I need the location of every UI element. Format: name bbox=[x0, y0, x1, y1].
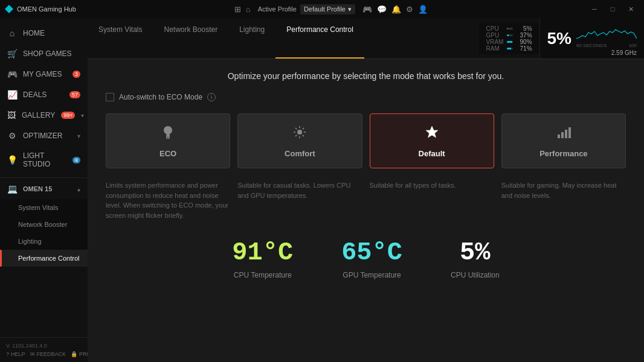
home-icon[interactable]: ⌂ bbox=[246, 5, 251, 14]
tab-performance-control[interactable]: Performance Control bbox=[275, 18, 364, 59]
cpu-stat-val: 5% bbox=[515, 25, 532, 32]
gallery-icon: 🖼 bbox=[7, 110, 16, 120]
user-icon[interactable]: 👤 bbox=[418, 5, 428, 14]
cpu-temp-label: CPU Temperature bbox=[234, 271, 292, 279]
help-link[interactable]: ? HELP bbox=[6, 351, 25, 357]
sidebar-item-shop-games[interactable]: 🛒 SHOP GAMES bbox=[0, 43, 88, 64]
tab-lighting[interactable]: Lighting bbox=[228, 18, 275, 59]
network-booster-label: Network Booster bbox=[18, 221, 67, 228]
cpu-util-item: 5% CPU Utilization bbox=[451, 238, 500, 279]
vram-stat-row: VRAM 90% bbox=[486, 39, 532, 45]
optimizer-icon: ⚙ bbox=[7, 131, 17, 141]
omen-logo-icon bbox=[5, 5, 13, 13]
sidebar-item-omen15[interactable]: 💻 OMEN 15 ▴ bbox=[0, 177, 88, 199]
titlebar-center: ⊞ ⌂ Active Profile Default Profile ▾ 🎮 💬… bbox=[234, 4, 428, 14]
sidebar-gallery-label: GALLERY bbox=[22, 111, 55, 119]
help-label: HELP bbox=[11, 351, 25, 357]
sidebar-sub-network-booster[interactable]: Network Booster bbox=[0, 216, 88, 233]
svg-rect-10 bbox=[558, 135, 560, 138]
gpu-stat-row: GPU 37% bbox=[486, 32, 532, 39]
svg-marker-9 bbox=[426, 126, 438, 138]
system-vitals-label: System Vitals bbox=[18, 204, 58, 211]
settings-icon[interactable]: ⚙ bbox=[406, 5, 413, 14]
cpu-temp-item: 91°C CPU Temperature bbox=[232, 238, 293, 279]
app-title: OMEN Gaming Hub bbox=[17, 5, 76, 13]
graph-seconds-label: 60 SECONDS bbox=[576, 43, 607, 48]
sidebar-item-deals[interactable]: 📈 DEALS 57 bbox=[0, 84, 88, 105]
default-mode-desc: Suitable for all types of tasks. bbox=[370, 180, 494, 220]
sidebar-lightstudio-label: LIGHT STUDIO bbox=[23, 151, 66, 168]
cpu-stats: CPU 5% GPU 37% VRAM bbox=[479, 23, 539, 54]
performance-control-label: Performance Control bbox=[18, 255, 80, 262]
shop-icon: 🛒 bbox=[7, 49, 17, 59]
mode-card-comfort[interactable]: Comfort bbox=[237, 113, 362, 168]
main-layout: ⌂ HOME 🛒 SHOP GAMES 🎮 MY GAMES 3 📈 DEALS… bbox=[0, 18, 644, 362]
sidebar-mygames-label: MY GAMES bbox=[23, 70, 62, 78]
ram-stat-row: RAM 71% bbox=[486, 45, 532, 52]
performance-mode-icon bbox=[555, 124, 572, 144]
mode-card-eco[interactable]: ECO bbox=[106, 113, 230, 168]
mode-descriptions: Limits system performance and power cons… bbox=[106, 180, 626, 220]
sidebar-optimizer-label: OPTIMIZER bbox=[23, 132, 62, 140]
svg-rect-11 bbox=[561, 132, 564, 138]
cpu-graph-area: 60 SECONDS 100 2.59 GHz bbox=[576, 21, 637, 56]
light-studio-icon: 💡 bbox=[7, 155, 17, 165]
sidebar-item-home[interactable]: ⌂ HOME bbox=[0, 23, 88, 43]
tabs: System Vitals Network Booster Lighting P… bbox=[88, 18, 364, 59]
mode-card-performance[interactable]: Performance bbox=[501, 113, 626, 168]
omen15-icon: 💻 bbox=[7, 184, 17, 194]
eco-mode-icon bbox=[159, 124, 176, 144]
cpu-stat-row: CPU 5% bbox=[486, 25, 532, 32]
grid-icon[interactable]: ⊞ bbox=[234, 5, 241, 14]
sidebar-item-optimizer[interactable]: ⚙ OPTIMIZER ▾ bbox=[0, 125, 88, 146]
auto-switch-checkbox[interactable] bbox=[106, 93, 114, 101]
sidebar-item-my-games[interactable]: 🎮 MY GAMES 3 bbox=[0, 64, 88, 84]
sidebar-home-label: HOME bbox=[23, 29, 45, 37]
gpu-temp-label: GPU Temperature bbox=[343, 271, 401, 279]
gpu-stat-bar-container bbox=[507, 34, 513, 36]
auto-switch-info-icon[interactable]: i bbox=[207, 93, 216, 101]
light-studio-badge: ⊞ bbox=[72, 157, 80, 164]
feedback-icon: ✉ bbox=[30, 351, 35, 357]
sidebar-nav: ⌂ HOME 🛒 SHOP GAMES 🎮 MY GAMES 3 📈 DEALS… bbox=[0, 18, 88, 337]
maximize-button[interactable]: □ bbox=[604, 3, 621, 15]
sidebar-sub-system-vitals[interactable]: System Vitals bbox=[0, 199, 88, 216]
mode-cards: ECO bbox=[106, 113, 626, 168]
bell-icon[interactable]: 🔔 bbox=[391, 5, 401, 14]
svg-line-5 bbox=[295, 128, 297, 129]
cpu-util-value: 5% bbox=[460, 238, 490, 267]
default-mode-name: Default bbox=[419, 149, 445, 158]
close-button[interactable]: ✕ bbox=[622, 3, 639, 15]
cpu-util-label: CPU Utilization bbox=[451, 271, 500, 279]
sidebar-item-light-studio[interactable]: 💡 LIGHT STUDIO ⊞ bbox=[0, 146, 88, 174]
sidebar-sub-lighting[interactable]: Lighting bbox=[0, 233, 88, 250]
omen15-label: OMEN 15 bbox=[23, 185, 52, 192]
profile-dropdown[interactable]: Default Profile ▾ bbox=[300, 4, 355, 14]
page-title: Optimize your performance by selecting t… bbox=[106, 71, 626, 81]
sidebar-item-gallery[interactable]: 🖼 GALLERY 99+ ▾ bbox=[0, 105, 88, 125]
window-controls: ─ □ ✕ bbox=[586, 3, 639, 15]
optimizer-expand-icon: ▾ bbox=[77, 133, 80, 139]
ram-stat-val: 71% bbox=[515, 45, 532, 52]
svg-point-0 bbox=[297, 130, 302, 135]
gpu-stat-label: GPU bbox=[486, 32, 504, 39]
page-content: Optimize your performance by selecting t… bbox=[88, 59, 644, 362]
tab-network-booster[interactable]: Network Booster bbox=[153, 18, 228, 59]
version-label: V. 1101.2401.4.0 bbox=[6, 343, 82, 349]
cpu-freq: 2.59 GHz bbox=[611, 49, 637, 56]
home-nav-icon: ⌂ bbox=[7, 28, 17, 38]
cpu-temp-value: 91°C bbox=[232, 238, 293, 267]
help-icon: ? bbox=[6, 351, 9, 357]
tab-system-vitals[interactable]: System Vitals bbox=[88, 18, 153, 59]
speech-icon[interactable]: 💬 bbox=[377, 5, 387, 14]
mode-card-default[interactable]: Default bbox=[370, 113, 494, 168]
privacy-icon: 🔒 bbox=[71, 351, 77, 357]
active-profile-label: Active Profile bbox=[258, 5, 297, 13]
svg-rect-12 bbox=[565, 130, 567, 138]
minimize-button[interactable]: ─ bbox=[586, 3, 603, 15]
sidebar: ⌂ HOME 🛒 SHOP GAMES 🎮 MY GAMES 3 📈 DEALS… bbox=[0, 18, 88, 362]
comfort-mode-icon bbox=[291, 124, 308, 144]
feedback-link[interactable]: ✉ FEEDBACK bbox=[30, 351, 66, 357]
sidebar-sub-performance-control[interactable]: Performance Control bbox=[0, 250, 88, 267]
controller-icon[interactable]: 🎮 bbox=[362, 5, 372, 14]
